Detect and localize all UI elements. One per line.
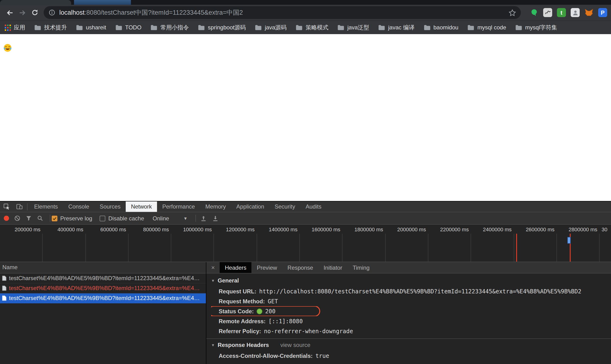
active-tab-sliver[interactable] bbox=[0, 0, 71, 5]
laughing-crying-emoji bbox=[3, 44, 12, 54]
general-section-header[interactable]: ▼ General bbox=[211, 275, 611, 286]
signature-extension-icon[interactable] bbox=[543, 8, 552, 17]
clear-button[interactable] bbox=[14, 215, 20, 221]
header-value: GET bbox=[268, 298, 278, 304]
bookmark-folder[interactable]: baomidou bbox=[423, 24, 458, 31]
folder-icon bbox=[467, 25, 475, 30]
device-icon bbox=[16, 203, 23, 210]
inspect-element-button[interactable] bbox=[0, 201, 13, 212]
throttling-value: Online bbox=[153, 215, 169, 221]
network-timeline-overview[interactable]: 200000 ms 400000 ms 600000 ms 800000 ms … bbox=[0, 225, 611, 262]
timeline-label: 2600000 ms bbox=[514, 225, 557, 262]
bookmark-folder[interactable]: java泛型 bbox=[337, 24, 369, 31]
request-name: testCharset%E4%B8%AD%E5%9B%BD?itemId=112… bbox=[9, 275, 200, 282]
disable-cache-label[interactable]: Disable cache bbox=[109, 215, 144, 221]
tab-sources[interactable]: Sources bbox=[95, 201, 126, 212]
tab-performance[interactable]: Performance bbox=[157, 201, 200, 212]
bookmark-label: ushareit bbox=[86, 24, 106, 31]
upload-icon bbox=[200, 215, 207, 221]
tab-headers[interactable]: Headers bbox=[220, 262, 252, 273]
bookmark-folder[interactable]: java源码 bbox=[255, 24, 286, 31]
response-headers-title: Response Headers bbox=[218, 342, 269, 348]
name-column-header[interactable]: Name bbox=[0, 262, 206, 273]
page-info-icon[interactable] bbox=[48, 9, 55, 16]
tab-audits[interactable]: Audits bbox=[300, 201, 326, 212]
tab-response[interactable]: Response bbox=[282, 262, 318, 273]
extension-toolbar: t P bbox=[525, 8, 607, 17]
browser-window: localhost:8080/testCharset中国?itemId=1122… bbox=[0, 0, 611, 364]
timeline-request-marker[interactable] bbox=[567, 237, 571, 244]
tab-network[interactable]: Network bbox=[126, 201, 157, 212]
bookmark-star-icon[interactable] bbox=[509, 9, 516, 16]
throttling-dropdown[interactable]: Online ▼ bbox=[153, 215, 188, 221]
browser-toolbar: localhost:8080/testCharset中国?itemId=1122… bbox=[0, 5, 611, 20]
divider bbox=[196, 215, 196, 222]
bookmark-label: mysql code bbox=[477, 24, 506, 31]
import-har-button[interactable] bbox=[200, 215, 207, 221]
header-key: Request URL: bbox=[219, 288, 256, 295]
preserve-log-label[interactable]: Preserve log bbox=[60, 215, 92, 221]
filter-button[interactable] bbox=[26, 215, 32, 221]
timeline-label: 1600000 ms bbox=[300, 225, 343, 262]
bookmark-folder[interactable]: mysql字符集 bbox=[515, 24, 557, 31]
bookmark-apps[interactable]: 应用 bbox=[5, 24, 25, 31]
request-row-selected[interactable]: testCharset%E4%B8%AD%E5%9B%BD?itemId=112… bbox=[0, 293, 206, 303]
reload-button[interactable] bbox=[28, 6, 41, 19]
device-toolbar-button[interactable] bbox=[13, 201, 26, 212]
bookmark-folder[interactable]: 常用小指令 bbox=[150, 24, 189, 31]
header-row-request-url: Request URL: http://localhost:8080/testC… bbox=[211, 286, 611, 296]
bookmark-folder[interactable]: 策略模式 bbox=[296, 24, 328, 31]
record-button[interactable] bbox=[4, 216, 9, 221]
back-button[interactable] bbox=[4, 6, 16, 19]
bookmark-folder[interactable]: ushareit bbox=[76, 24, 106, 31]
request-row-error[interactable]: testCharset%E4%B8%AD%E5%9B%BD?itemId=112… bbox=[0, 284, 206, 293]
close-details-button[interactable]: × bbox=[206, 262, 220, 273]
tab-timing[interactable]: Timing bbox=[348, 262, 375, 273]
disable-cache-checkbox[interactable] bbox=[100, 215, 109, 221]
disclosure-triangle-icon: ▼ bbox=[211, 278, 215, 283]
export-har-button[interactable] bbox=[212, 215, 219, 221]
response-headers-section-header[interactable]: ▼ Response Headers view source bbox=[211, 339, 611, 351]
folder-icon bbox=[198, 25, 205, 30]
timeline-red-event-line bbox=[516, 234, 517, 262]
p-glyph: P bbox=[601, 9, 605, 16]
tab-console[interactable]: Console bbox=[63, 201, 95, 212]
tab-elements[interactable]: Elements bbox=[29, 201, 63, 212]
url-text[interactable]: localhost:8080/testCharset中国?itemId=1122… bbox=[59, 8, 509, 17]
request-name: testCharset%E4%B8%AD%E5%9B%BD?itemId=112… bbox=[9, 295, 200, 301]
evernote-extension-icon[interactable] bbox=[530, 8, 538, 17]
view-source-link[interactable]: view source bbox=[280, 342, 311, 348]
tab-security[interactable]: Security bbox=[270, 201, 300, 212]
folder-icon bbox=[378, 25, 385, 30]
bookmark-folder[interactable]: javac 编译 bbox=[378, 24, 414, 31]
url-host: localhost bbox=[59, 9, 85, 16]
fox-extension-icon[interactable] bbox=[584, 8, 593, 17]
folder-icon bbox=[515, 25, 522, 30]
tab-application[interactable]: Application bbox=[231, 201, 269, 212]
bookmark-label: springboot源码 bbox=[208, 24, 246, 31]
p-extension-icon[interactable]: P bbox=[598, 8, 607, 17]
request-details-panel: × Headers Preview Response Initiator Tim… bbox=[206, 262, 611, 364]
url-bar[interactable]: localhost:8080/testCharset中国?itemId=1122… bbox=[44, 6, 521, 19]
tab-preview[interactable]: Preview bbox=[252, 262, 282, 273]
devtools-panel: Elements Console Sources Network Perform… bbox=[0, 201, 611, 364]
tab-initiator[interactable]: Initiator bbox=[318, 262, 348, 273]
forward-button[interactable] bbox=[16, 6, 28, 19]
timeline-label: 1000000 ms bbox=[171, 225, 214, 262]
screen: localhost:8080/testCharset中国?itemId=1122… bbox=[0, 0, 611, 364]
bookmark-folder[interactable]: mysql code bbox=[467, 24, 506, 31]
header-row-access-control-allow-credentials: Access-Control-Allow-Credentials: true bbox=[211, 351, 611, 361]
search-button[interactable] bbox=[37, 215, 43, 221]
network-split-view: Name testCharset%E4%B8%AD%E5%9B%BD?itemI… bbox=[0, 262, 611, 364]
request-row[interactable]: testCharset%E4%B8%AD%E5%9B%BD?itemId=112… bbox=[0, 273, 206, 284]
tab-memory[interactable]: Memory bbox=[200, 201, 231, 212]
preserve-log-checkbox[interactable] bbox=[52, 215, 60, 221]
bookmark-folder[interactable]: TODO bbox=[115, 24, 141, 31]
t-shield-extension-icon[interactable]: t bbox=[557, 8, 566, 17]
profile-extension-icon[interactable] bbox=[571, 8, 580, 17]
details-tab-bar: × Headers Preview Response Initiator Tim… bbox=[206, 262, 611, 273]
bookmark-label: mysql字符集 bbox=[525, 24, 557, 31]
bookmark-folder[interactable]: 技术提升 bbox=[34, 24, 67, 31]
bookmark-label: 常用小指令 bbox=[160, 24, 189, 31]
bookmark-folder[interactable]: springboot源码 bbox=[198, 24, 246, 31]
